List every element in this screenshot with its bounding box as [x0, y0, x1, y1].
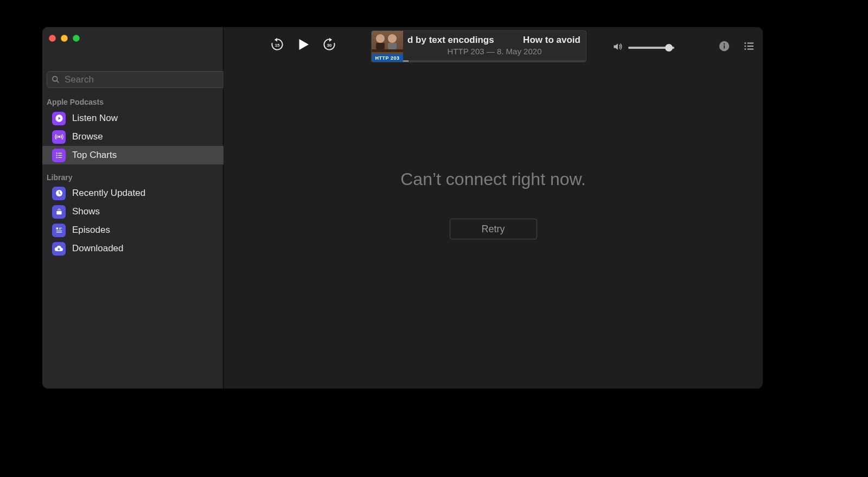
volume-icon: [612, 41, 623, 54]
svg-rect-26: [724, 45, 725, 48]
skip-back-15-button[interactable]: 15: [270, 37, 285, 52]
now-playing-subtitle: HTTP 203 — 8. May 2020: [407, 47, 582, 56]
svg-rect-29: [747, 43, 754, 44]
section-title-library: Library: [47, 173, 72, 182]
svg-line-1: [57, 81, 59, 82]
skip-forward-30-button[interactable]: 30: [322, 37, 337, 52]
now-playing-lcd[interactable]: HTTP 203 d by text encodings How to avoi…: [371, 30, 586, 62]
svg-point-32: [744, 48, 746, 50]
volume-control: [612, 41, 674, 54]
sidebar-item-label: Browse: [72, 131, 103, 142]
svg-rect-19: [56, 232, 62, 232]
sidebar-item-episodes[interactable]: Episodes: [42, 221, 233, 239]
sidebar-item-label: Downloaded: [72, 243, 124, 254]
sidebar-item-label: Episodes: [72, 225, 110, 236]
info-button[interactable]: [718, 40, 730, 54]
svg-rect-12: [56, 211, 61, 215]
svg-point-27: [724, 43, 725, 44]
svg-point-28: [744, 42, 746, 44]
sidebar-item-listen-now[interactable]: Listen Now: [42, 109, 233, 128]
svg-rect-7: [56, 155, 57, 156]
list-icon: [52, 224, 66, 237]
queue-button[interactable]: [743, 40, 755, 54]
svg-rect-14: [58, 208, 60, 209]
progress-bar[interactable]: [403, 60, 586, 62]
sidebar-item-downloaded[interactable]: Downloaded: [42, 239, 233, 258]
episode-artwork: HTTP 203: [372, 31, 403, 62]
svg-rect-18: [56, 231, 62, 231]
toolbar: 15 30 HTTP 203 d by text encodings: [224, 27, 763, 65]
stack-icon: [52, 205, 66, 219]
search-input[interactable]: [63, 74, 221, 86]
svg-rect-16: [59, 228, 62, 228]
svg-rect-8: [58, 155, 62, 156]
list-numbered-icon: [52, 149, 66, 162]
clock-icon: [52, 187, 66, 200]
svg-rect-10: [58, 157, 62, 158]
svg-rect-31: [747, 46, 754, 47]
svg-rect-13: [57, 209, 61, 210]
svg-rect-9: [56, 157, 57, 158]
sidebar-item-label: Recently Updated: [72, 188, 145, 199]
error-message: Can’t connect right now.: [400, 169, 586, 189]
zoom-window-button[interactable]: [73, 35, 80, 42]
svg-rect-15: [56, 227, 58, 229]
retry-button[interactable]: Retry: [450, 219, 537, 239]
volume-slider[interactable]: [628, 47, 674, 49]
svg-point-0: [53, 77, 58, 81]
close-window-button[interactable]: [49, 35, 56, 42]
search-field[interactable]: [47, 71, 226, 88]
main-area: 15 30 HTTP 203 d by text encodings: [224, 27, 763, 389]
content-area: Can’t connect right now. Retry: [224, 65, 763, 389]
minimize-window-button[interactable]: [61, 35, 68, 42]
sidebar-item-browse[interactable]: Browse: [42, 128, 233, 146]
svg-marker-23: [329, 38, 332, 42]
svg-text:15: 15: [275, 43, 280, 48]
svg-marker-20: [275, 38, 277, 42]
play-circle-icon: [52, 112, 66, 125]
sidebar-item-top-charts[interactable]: Top Charts: [42, 146, 233, 164]
sidebar-item-label: Listen Now: [72, 113, 118, 124]
section-title-apple-podcasts: Apple Podcasts: [47, 98, 104, 106]
svg-point-30: [744, 46, 746, 47]
svg-rect-6: [58, 153, 62, 154]
artwork-caption: HTTP 203: [372, 54, 403, 62]
sidebar-item-recently-updated[interactable]: Recently Updated: [42, 184, 233, 202]
svg-text:30: 30: [327, 43, 332, 48]
sidebar-item-shows[interactable]: Shows: [42, 202, 233, 221]
sidebar-item-label: Top Charts: [72, 150, 117, 161]
svg-rect-17: [59, 229, 61, 230]
cloud-download-icon: [52, 242, 66, 256]
now-playing-title: d by text encodings How to avoid g: [407, 35, 582, 46]
search-icon: [52, 75, 60, 84]
svg-marker-22: [299, 39, 309, 50]
sidebar-item-label: Shows: [72, 206, 100, 217]
window-controls: [49, 35, 80, 42]
sidebar: Apple Podcasts Listen Now Browse Top Cha…: [42, 27, 224, 389]
svg-point-4: [58, 136, 60, 138]
broadcast-icon: [52, 130, 66, 144]
svg-rect-5: [56, 152, 57, 154]
podcasts-window: Apple Podcasts Listen Now Browse Top Cha…: [42, 27, 763, 389]
play-button[interactable]: [295, 36, 311, 53]
svg-rect-33: [747, 49, 754, 50]
playback-controls: 15 30: [270, 36, 337, 53]
